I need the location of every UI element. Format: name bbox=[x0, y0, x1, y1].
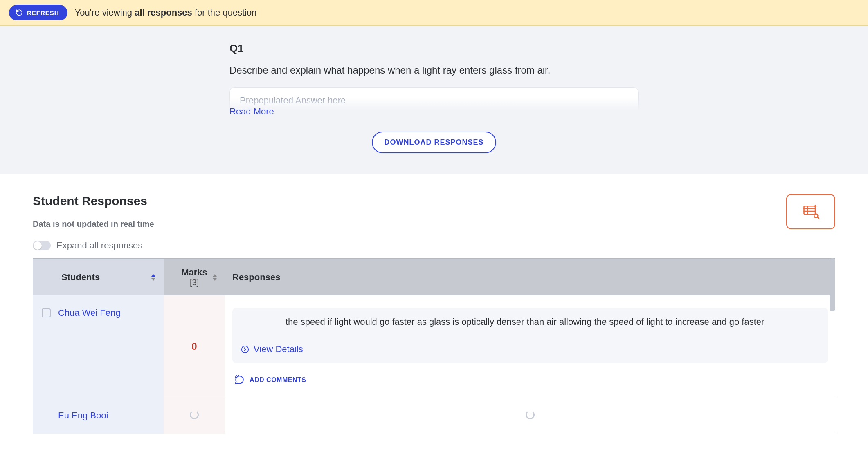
add-comments-label: ADD COMMENTS bbox=[250, 376, 306, 384]
responses-table: Students Marks [3] Responses bbox=[33, 258, 835, 434]
col-header-students-label: Students bbox=[61, 272, 100, 282]
scrollbar[interactable] bbox=[830, 258, 835, 311]
col-header-marks-label: Marks bbox=[181, 267, 207, 277]
response-text: the speed if light would go faster as gl… bbox=[286, 317, 764, 327]
student-link[interactable]: Eu Eng Booi bbox=[58, 410, 108, 421]
cell-marks: 0 bbox=[164, 295, 225, 398]
svg-line-5 bbox=[818, 217, 819, 219]
ai-analysis-icon bbox=[802, 202, 820, 221]
sort-icon bbox=[151, 274, 156, 281]
download-responses-button[interactable]: DOWNLOAD RESPONSES bbox=[372, 132, 496, 153]
question-panel: Q1 Describe and explain what happens whe… bbox=[0, 26, 868, 174]
table-row: Eu Eng Booi bbox=[33, 398, 835, 434]
view-details-label: View Details bbox=[254, 343, 303, 356]
refresh-button[interactable]: REFRESH bbox=[9, 5, 67, 20]
loading-icon bbox=[190, 410, 199, 419]
banner-text: You're viewing all responses for the que… bbox=[75, 7, 257, 18]
cell-marks bbox=[164, 398, 225, 434]
ai-analysis-button[interactable] bbox=[786, 194, 835, 229]
col-header-marks-total: [3] bbox=[171, 278, 218, 287]
col-header-responses-label: Responses bbox=[232, 272, 280, 282]
svg-point-6 bbox=[242, 346, 249, 353]
responses-table-wrap: Students Marks [3] Responses bbox=[33, 258, 835, 434]
cell-response bbox=[225, 398, 835, 434]
cell-response: the speed if light would go faster as gl… bbox=[225, 295, 835, 398]
section-title: Student Responses bbox=[33, 194, 154, 208]
banner-text-strong: all responses bbox=[135, 7, 192, 18]
question-number: Q1 bbox=[229, 42, 639, 55]
student-checkbox[interactable] bbox=[42, 308, 51, 317]
expand-all-toggle[interactable] bbox=[33, 241, 51, 250]
loading-icon bbox=[526, 410, 535, 419]
col-header-marks[interactable]: Marks [3] bbox=[164, 259, 225, 295]
refresh-label: REFRESH bbox=[27, 9, 59, 16]
add-comments-button[interactable]: ADD COMMENTS bbox=[232, 366, 828, 385]
student-link[interactable]: Chua Wei Feng bbox=[58, 308, 120, 318]
chevron-circle-icon bbox=[241, 345, 250, 354]
expand-all-label: Expand all responses bbox=[56, 240, 142, 251]
banner-text-post: for the question bbox=[192, 7, 257, 18]
student-responses-section: Student Responses Data is not updated in… bbox=[0, 174, 868, 450]
answer-placeholder: Prepopulated Answer here bbox=[240, 95, 628, 106]
read-more-link[interactable]: Read More bbox=[229, 106, 274, 116]
question-text: Describe and explain what happens when a… bbox=[229, 65, 639, 76]
col-header-students[interactable]: Students bbox=[33, 259, 164, 295]
svg-rect-0 bbox=[804, 206, 816, 214]
view-details-link[interactable]: View Details bbox=[241, 339, 816, 356]
comment-icon bbox=[234, 375, 245, 385]
refresh-icon bbox=[16, 9, 23, 16]
table-row: Chua Wei Feng 0 the speed if light would… bbox=[33, 295, 835, 398]
banner-text-pre: You're viewing bbox=[75, 7, 135, 18]
notice-banner: REFRESH You're viewing all responses for… bbox=[0, 0, 868, 26]
col-header-responses: Responses bbox=[225, 259, 835, 295]
cell-student: Eu Eng Booi bbox=[33, 398, 164, 434]
response-card: the speed if light would go faster as gl… bbox=[232, 308, 828, 363]
realtime-note: Data is not updated in real time bbox=[33, 219, 154, 229]
sort-icon bbox=[213, 274, 218, 281]
mark-value: 0 bbox=[191, 341, 197, 352]
cell-student: Chua Wei Feng bbox=[33, 295, 164, 398]
